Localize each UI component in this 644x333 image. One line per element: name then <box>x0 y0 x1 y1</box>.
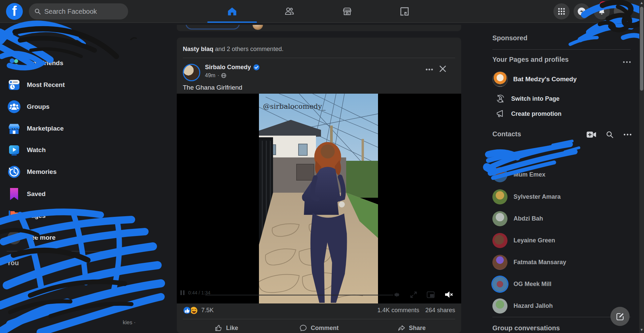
grid-icon <box>558 8 565 15</box>
post-close-button[interactable] <box>438 64 448 75</box>
comments-count[interactable]: 1.4K comments <box>377 307 419 314</box>
sidebar-item-find-friends[interactable]: Find friends <box>3 52 119 74</box>
apps-menu-button[interactable] <box>553 3 570 19</box>
post-video[interactable]: @sirbalocomedy_ 0:44 / 1:34 <box>177 94 461 303</box>
chevron-down-icon <box>7 230 21 245</box>
contact-name: OG Meek Mill <box>514 281 551 288</box>
share-button-label: Share <box>409 325 426 332</box>
contact-name: Sylvester Amara <box>514 193 560 200</box>
search-input[interactable]: Search Facebook <box>29 3 128 19</box>
sidebar-item-most-recent[interactable]: Most Recent <box>3 74 119 96</box>
sidebar-item-marketplace[interactable]: Marketplace <box>3 118 119 139</box>
sidebar-item-label: Memories <box>27 168 57 176</box>
contact-row[interactable]: Leyaine Green <box>490 230 632 250</box>
verified-badge-icon <box>253 64 260 70</box>
switch-page-label: Switch into Page <box>511 95 559 102</box>
avatar <box>492 255 507 270</box>
divider <box>183 319 455 319</box>
sidebar-item-see-more[interactable]: See more <box>3 227 119 248</box>
post-card: Nasty blaq and 2 others commented. Sirba… <box>177 38 461 333</box>
contact-row[interactable]: Mum Emex <box>490 164 632 185</box>
pages-more-button[interactable] <box>623 58 631 66</box>
messenger-button[interactable] <box>574 3 590 19</box>
sidebar-item-label: Watch <box>27 146 46 154</box>
switch-into-page-button[interactable]: Switch into Page <box>496 91 630 107</box>
comment-pill-cut[interactable] <box>185 25 240 30</box>
new-message-button[interactable] <box>610 307 630 326</box>
create-promotion-label: Create promotion <box>511 110 561 117</box>
friends-icon <box>284 6 295 17</box>
share-button[interactable]: Share <box>365 320 458 333</box>
comment-button[interactable]: Comment <box>273 320 365 333</box>
like-button[interactable]: Like <box>180 320 273 333</box>
page-scrollbar[interactable]: ▲ ▼ <box>639 0 644 333</box>
contact-name: Mum Emex <box>514 171 545 178</box>
like-button-label: Like <box>226 325 238 332</box>
page-avatar <box>492 72 508 87</box>
sidebar-item-saved[interactable]: Saved <box>3 183 119 205</box>
contact-row[interactable]: Fatmata Mansaray <box>490 252 632 272</box>
more-dots-icon <box>425 65 434 74</box>
create-room-icon[interactable] <box>586 131 596 139</box>
contact-name: Leyaine Green <box>514 237 555 244</box>
context-actor[interactable]: Nasty blaq <box>183 46 213 52</box>
marketplace-sidebar-icon <box>7 121 21 136</box>
profile-avatar[interactable] <box>614 3 630 19</box>
sidebar-item-label: Saved <box>27 190 46 198</box>
settings-gear-icon[interactable] <box>393 291 400 298</box>
tab-marketplace[interactable] <box>322 2 372 21</box>
sidebar-item-label: Marketplace <box>27 125 64 132</box>
contact-row[interactable]: OG Meek Mill <box>490 274 632 294</box>
sidebar-item-label: Pages <box>27 212 46 220</box>
saved-icon <box>7 187 21 201</box>
post-message: The Ghana Girlfriend <box>183 84 242 91</box>
pause-icon[interactable] <box>180 290 185 295</box>
gaming-icon <box>399 6 410 16</box>
post-time[interactable]: 49m <box>205 73 215 79</box>
facebook-logo[interactable]: f <box>6 3 23 20</box>
scroll-down-arrow[interactable]: ▼ <box>639 328 644 332</box>
tab-gaming[interactable] <box>379 2 430 21</box>
avatar <box>492 277 507 292</box>
page-row[interactable]: Bat Medzy's Comedy <box>490 69 632 89</box>
contact-name: Abdzi Bah <box>514 215 543 222</box>
compose-pencil-icon <box>616 312 625 321</box>
share-outline-icon <box>397 324 406 332</box>
sidebar-item-label: Groups <box>27 103 50 110</box>
avatar <box>492 211 507 226</box>
sidebar-item-groups[interactable]: Groups <box>3 96 119 117</box>
post-more-button[interactable] <box>425 65 434 75</box>
sidebar-item-pages[interactable]: Pages <box>3 205 119 227</box>
like-reaction-icon[interactable] <box>183 306 191 315</box>
create-promotion-button[interactable]: Create promotion <box>496 106 630 122</box>
sidebar-item-memories[interactable]: Memories <box>3 161 119 183</box>
sponsored-heading: Sponsored <box>492 34 527 42</box>
video-progress-bar[interactable] <box>205 295 393 295</box>
avatar <box>492 298 507 314</box>
pages-icon <box>7 208 21 223</box>
megaphone-icon <box>496 109 505 118</box>
contacts-more-icon[interactable] <box>623 130 632 139</box>
post-author-avatar[interactable] <box>183 64 200 81</box>
tab-home[interactable] <box>207 2 257 21</box>
reaction-count[interactable]: 7.5K <box>201 307 214 314</box>
tab-friends[interactable] <box>264 2 315 21</box>
fullscreen-icon[interactable] <box>410 291 417 298</box>
contact-row[interactable]: Hazard Jalloh <box>490 296 632 316</box>
contacts-search-icon[interactable] <box>606 131 614 139</box>
close-icon <box>438 64 448 74</box>
scroll-up-arrow[interactable]: ▲ <box>639 1 644 5</box>
contact-row[interactable]: Abdzi Bah <box>490 208 632 229</box>
home-icon <box>227 6 237 16</box>
search-placeholder: Search Facebook <box>44 8 97 15</box>
contact-row[interactable]: Sylvester Amara <box>490 187 632 207</box>
scrollbar-thumb[interactable] <box>640 7 643 91</box>
pip-icon[interactable] <box>427 291 435 298</box>
muted-sound-icon[interactable] <box>444 290 453 299</box>
footer-links-fragment[interactable]: kies · <box>123 320 136 326</box>
shares-count[interactable]: 264 shares <box>425 307 455 314</box>
search-icon <box>34 8 41 15</box>
sidebar-item-watch[interactable]: Watch <box>3 139 119 161</box>
post-author-name[interactable]: Sirbalo Comedy <box>205 64 251 71</box>
pages-profiles-heading: Your Pages and profiles <box>492 56 569 63</box>
